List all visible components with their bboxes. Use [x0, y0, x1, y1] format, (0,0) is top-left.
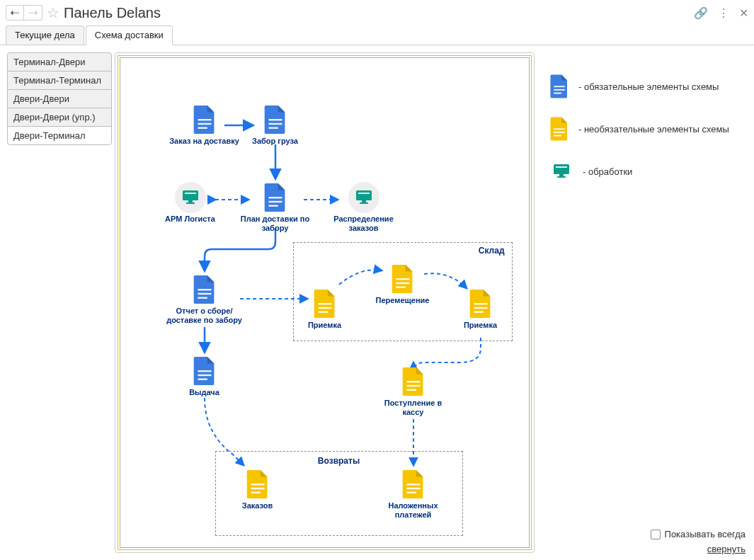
- document-icon: [245, 469, 270, 500]
- node-return-payments[interactable]: Наложенных платежей: [375, 469, 452, 519]
- forward-button[interactable]: 🠒: [24, 5, 42, 21]
- sidebar-item-doors-doors-mgmt[interactable]: Двери-Двери (упр.): [7, 108, 112, 127]
- node-acceptance-1[interactable]: Приемка: [286, 288, 364, 330]
- tab-current-affairs[interactable]: Текущие дела: [6, 25, 84, 45]
- document-icon: [549, 74, 570, 99]
- document-icon: [401, 366, 426, 397]
- legend-panel: - обязательные элементы схемы - необязат…: [535, 52, 747, 553]
- close-icon[interactable]: ✕: [739, 6, 748, 20]
- node-delivery-plan[interactable]: План доставки по забору: [236, 182, 314, 232]
- node-transfer[interactable]: Перемещение: [364, 263, 442, 305]
- tab-delivery-scheme[interactable]: Схема доставки: [86, 25, 173, 45]
- node-cargo-pickup[interactable]: Забор груза: [236, 104, 314, 146]
- document-icon: [549, 116, 570, 142]
- favorite-icon[interactable]: ☆: [47, 4, 59, 21]
- document-icon: [401, 469, 426, 500]
- scheme-sidebar: Терминал-Двери Терминал-Терминал Двери-Д…: [7, 52, 112, 553]
- legend-optional: - необязательные элементы схемы: [549, 116, 740, 142]
- document-icon: [192, 274, 217, 305]
- document-icon: [263, 104, 288, 135]
- show-always-checkbox[interactable]: Показывать всегда: [651, 529, 746, 539]
- legend-mandatory: - обязательные элементы схемы: [549, 74, 740, 99]
- document-icon: [263, 182, 288, 213]
- node-pickup-report[interactable]: Отчет о сборе/доставке по забору: [166, 274, 244, 324]
- sidebar-item-doors-terminal[interactable]: Двери-Терминал: [7, 126, 112, 145]
- node-order-distribution[interactable]: Распределение заказов: [325, 182, 403, 232]
- document-icon: [192, 355, 217, 387]
- node-issuance[interactable]: Выдача: [166, 355, 244, 397]
- node-delivery-order[interactable]: Заказ на доставку: [166, 104, 244, 146]
- legend-processing: - обработки: [549, 159, 740, 184]
- document-icon: [192, 104, 217, 135]
- processing-icon: [549, 159, 574, 184]
- diagram-canvas: Склад Возвраты: [115, 52, 535, 553]
- link-icon[interactable]: 🔗: [694, 6, 708, 20]
- window-title: Панель Delans: [64, 5, 694, 21]
- sidebar-item-terminal-terminal[interactable]: Терминал-Терминал: [7, 71, 112, 90]
- back-button[interactable]: 🠐: [6, 5, 24, 21]
- more-icon[interactable]: ⋮: [718, 6, 729, 20]
- processing-icon: [175, 182, 206, 213]
- sidebar-item-doors-doors[interactable]: Двери-Двери: [7, 89, 112, 108]
- document-icon: [468, 288, 493, 319]
- node-arm-logist[interactable]: АРМ Логиста: [152, 182, 229, 224]
- document-icon: [390, 263, 416, 295]
- node-cash-receipt[interactable]: Поступление в кассу: [375, 366, 452, 416]
- processing-icon: [348, 182, 379, 213]
- checkbox-icon: [651, 530, 661, 539]
- sidebar-item-terminal-doors[interactable]: Терминал-Двери: [7, 52, 112, 72]
- group-returns-title: Возвраты: [216, 456, 462, 466]
- collapse-link[interactable]: свернуть: [707, 544, 746, 554]
- group-warehouse-title: Склад: [479, 246, 505, 256]
- node-return-orders[interactable]: Заказов: [219, 469, 297, 510]
- node-acceptance-2[interactable]: Приемка: [442, 288, 520, 330]
- document-icon: [312, 288, 338, 319]
